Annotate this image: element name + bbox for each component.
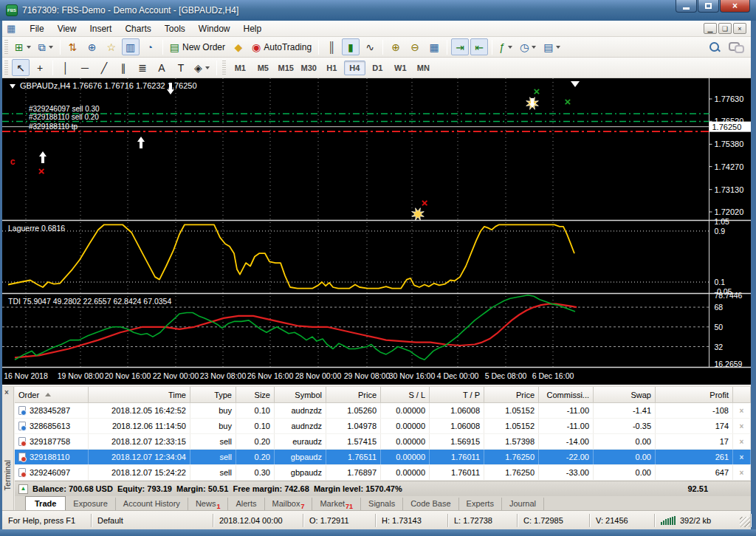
templates-button[interactable]: ▤: [540, 38, 563, 55]
column-header-symbol[interactable]: Symbol: [275, 387, 326, 403]
close-position-button[interactable]: ×: [733, 419, 751, 433]
metaeditor-button[interactable]: ◆: [230, 38, 247, 55]
mdi-minimize-button[interactable]: ▁: [704, 23, 717, 34]
mdi-restore-button[interactable]: ❏: [718, 23, 732, 34]
timeframe-mn-button[interactable]: MN: [413, 61, 434, 75]
order-row-329188110[interactable]: 3291881102018.12.07 12:34:04sell0.20gbpa…: [15, 450, 751, 465]
menu-help[interactable]: Help: [237, 22, 269, 35]
order-row-328345287[interactable]: 3283452872018.12.05 16:42:52buy0.10audnz…: [15, 403, 751, 419]
close-position-button[interactable]: ×: [733, 465, 751, 480]
vertical-line-tool-button[interactable]: │: [57, 59, 75, 76]
order-row-328685613[interactable]: 3286856132018.12.06 11:14:50buy0.10audnz…: [15, 419, 751, 434]
text-tool-button[interactable]: A: [153, 59, 171, 76]
tab-signals[interactable]: Signals: [361, 498, 403, 510]
arrows-tool-button[interactable]: ◈: [191, 59, 213, 76]
terminal-close-icon[interactable]: ×: [4, 388, 9, 396]
bar-chart-mode-button[interactable]: ║: [323, 38, 340, 55]
periods-button[interactable]: ◷: [517, 38, 539, 55]
timeframe-h1-button[interactable]: H1: [321, 61, 343, 75]
column-header-time[interactable]: Time: [89, 387, 190, 403]
menu-window[interactable]: Window: [192, 22, 237, 35]
line-chart-mode-button[interactable]: ∿: [361, 38, 379, 55]
community-chat-icon[interactable]: [729, 41, 743, 52]
market-watch-button[interactable]: ⇅: [64, 38, 82, 55]
autotrading-button[interactable]: ◉AutoTrading: [249, 38, 315, 55]
order-row-329187758[interactable]: 3291877582018.12.07 12:33:15sell0.20eura…: [15, 434, 751, 450]
column-header-t-p[interactable]: T / P: [430, 387, 484, 403]
tile-windows-button[interactable]: ▦: [425, 38, 443, 55]
menu-tools[interactable]: Tools: [158, 22, 192, 35]
chart-area[interactable]: 16 Nov 201819 Nov 08:0020 Nov 16:0022 No…: [2, 78, 751, 385]
tab-exposure[interactable]: Exposure: [66, 498, 115, 510]
terminal-button[interactable]: ▥: [122, 38, 140, 55]
profiles-icon: ⧉: [38, 42, 46, 52]
tab-account-history[interactable]: Account History: [116, 498, 188, 510]
equidistant-channel-tool-button[interactable]: ∥: [114, 59, 132, 76]
column-header-price[interactable]: Price: [484, 387, 539, 403]
tab-mailbox[interactable]: Mailbox7: [265, 498, 313, 510]
column-header-order[interactable]: Order: [15, 387, 89, 403]
timeframe-m15-button[interactable]: M15: [275, 61, 297, 75]
toolbar-grip[interactable]: [4, 61, 8, 75]
menu-charts[interactable]: Charts: [118, 22, 157, 35]
price-chart[interactable]: 16 Nov 201819 Nov 08:0020 Nov 16:0022 No…: [2, 78, 751, 385]
cursor-tool-icon: ↖: [16, 63, 25, 73]
column-header-profit[interactable]: Profit: [656, 387, 733, 403]
column-header-swap[interactable]: Swap: [594, 387, 656, 403]
column-header-price[interactable]: Price: [326, 387, 381, 403]
close-button[interactable]: ×: [720, 0, 750, 13]
tab-journal[interactable]: Journal: [502, 498, 544, 510]
vertical-line-tool-icon: │: [63, 63, 69, 73]
column-header-size[interactable]: Size: [236, 387, 275, 403]
zoom-in-button[interactable]: ⊕: [387, 38, 405, 55]
new-chart-button[interactable]: ⊞: [12, 38, 34, 55]
new-order-button[interactable]: ▤New Order: [167, 38, 228, 55]
minimize-button[interactable]: [676, 0, 697, 13]
timeframe-m5-button[interactable]: M5: [252, 61, 274, 75]
close-position-button[interactable]: ×: [733, 403, 751, 418]
tab-trade[interactable]: Trade: [25, 496, 66, 510]
timeframe-m30-button[interactable]: M30: [298, 61, 320, 75]
toolbar-grip[interactable]: [4, 40, 8, 55]
column-header-s-l[interactable]: S / L: [381, 387, 430, 403]
zoom-out-button[interactable]: ⊖: [406, 38, 424, 55]
resize-grip[interactable]: [740, 517, 750, 527]
trendline-tool-button[interactable]: ╱: [95, 59, 113, 76]
tab-news[interactable]: News1: [188, 498, 229, 510]
search-icon[interactable]: [708, 41, 721, 54]
tab-market[interactable]: Market71: [312, 498, 361, 510]
strategy-tester-button[interactable]: ◔: [141, 38, 159, 55]
order-row-329246097[interactable]: 3292460972018.12.07 15:24:22sell0.30gbpa…: [15, 465, 751, 481]
cell-size: 0.10: [236, 419, 275, 433]
close-position-button[interactable]: ×: [733, 450, 751, 464]
horizontal-line-tool-button[interactable]: ─: [76, 59, 94, 76]
menu-file[interactable]: File: [23, 22, 50, 35]
tab-alerts[interactable]: Alerts: [228, 498, 264, 510]
tab-experts[interactable]: Experts: [459, 498, 502, 510]
crosshair-tool-button[interactable]: +: [31, 59, 49, 76]
mdi-close-button[interactable]: ×: [733, 23, 746, 34]
svg-text:50: 50: [715, 323, 724, 331]
fibonacci-tool-button[interactable]: ≣: [134, 59, 151, 76]
column-header-commissi-[interactable]: Commissi...: [539, 387, 594, 403]
auto-scroll-button[interactable]: ⇥: [451, 38, 469, 55]
close-position-button[interactable]: ×: [733, 434, 751, 449]
indicators-button[interactable]: ƒ: [496, 38, 515, 55]
data-window-button[interactable]: ⊕: [83, 38, 101, 55]
column-header-type[interactable]: Type: [190, 387, 236, 403]
timeframe-d1-button[interactable]: D1: [367, 61, 388, 75]
toolbar-grip[interactable]: [222, 61, 226, 75]
maximize-button[interactable]: [698, 0, 719, 13]
candlestick-mode-button[interactable]: ▮: [342, 38, 360, 55]
timeframe-m1-button[interactable]: M1: [230, 61, 251, 75]
timeframe-h4-button[interactable]: H4: [344, 61, 365, 75]
cursor-tool-button[interactable]: ↖: [12, 59, 30, 76]
navigator-button[interactable]: ☆: [103, 38, 120, 55]
tab-code-base[interactable]: Code Base: [403, 498, 458, 510]
label-tool-button[interactable]: T: [172, 59, 190, 76]
chart-shift-button[interactable]: ⇤: [470, 38, 488, 55]
timeframe-w1-button[interactable]: W1: [390, 61, 411, 75]
menu-view[interactable]: View: [51, 22, 83, 35]
menu-insert[interactable]: Insert: [83, 22, 118, 35]
profiles-button[interactable]: ⧉: [35, 38, 56, 55]
